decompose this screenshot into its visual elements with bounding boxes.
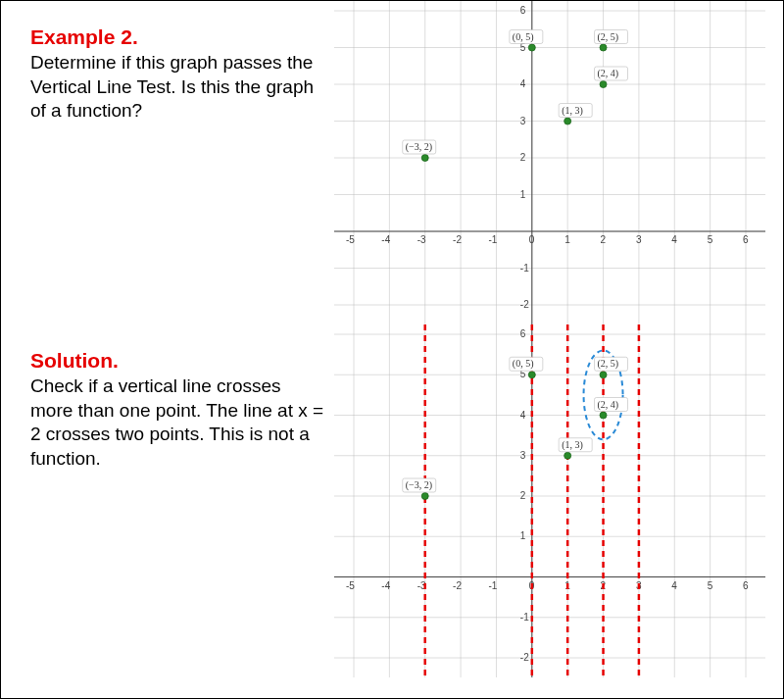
y-tick-label: 6 — [520, 328, 526, 339]
x-tick-label: 0 — [529, 234, 535, 245]
x-tick-label: 3 — [636, 234, 642, 245]
y-tick-label: 2 — [520, 152, 526, 163]
example-heading: Example 2. — [30, 25, 324, 49]
point-label: (1, 3) — [562, 105, 583, 117]
point-label: (−3, 2) — [406, 479, 432, 491]
data-point — [528, 44, 535, 51]
point-label: (2, 4) — [598, 399, 619, 411]
point-label: (2, 5) — [598, 358, 619, 370]
point-label: (−3, 2) — [406, 141, 432, 153]
x-tick-label: 6 — [743, 580, 749, 591]
x-tick-label: -4 — [381, 580, 390, 591]
x-tick-label: -1 — [488, 234, 497, 245]
y-tick-label: 2 — [520, 490, 526, 501]
example-text: Determine if this graph passes the Verti… — [30, 51, 324, 124]
y-tick-label: 3 — [520, 450, 526, 461]
solution-heading: Solution. — [30, 349, 324, 373]
point-label: (1, 3) — [562, 439, 583, 451]
bottom-scatter-chart: -5-4-3-2-10123456-2-1123456(−3, 2)(0, 5)… — [334, 325, 765, 677]
y-tick-label: 4 — [520, 410, 526, 421]
x-tick-label: 4 — [671, 234, 677, 245]
x-tick-label: -5 — [346, 580, 355, 591]
point-label: (0, 5) — [513, 31, 534, 43]
point-label: (0, 5) — [513, 358, 534, 370]
y-tick-label: 4 — [520, 78, 526, 89]
solution-text: Check if a vertical line crosses more th… — [30, 374, 324, 472]
x-tick-label: 4 — [671, 580, 677, 591]
top-scatter-chart: -5-4-3-2-10123456-2-1123456(−3, 2)(0, 5)… — [334, 1, 765, 325]
data-point — [600, 372, 607, 378]
y-tick-label: 3 — [520, 116, 526, 126]
x-tick-label: 5 — [708, 580, 713, 591]
point-label: (2, 4) — [598, 68, 619, 79]
y-tick-label: -2 — [520, 652, 529, 663]
x-tick-label: -4 — [381, 234, 390, 245]
y-tick-label: 6 — [520, 5, 526, 16]
y-tick-label: 1 — [520, 530, 526, 541]
y-tick-label: 1 — [520, 189, 526, 200]
y-tick-label: -1 — [520, 263, 529, 274]
x-tick-label: 1 — [564, 234, 570, 245]
x-tick-label: 5 — [708, 234, 713, 245]
data-point — [600, 412, 607, 419]
x-tick-label: 6 — [743, 234, 749, 245]
x-tick-label: -2 — [453, 580, 462, 591]
point-label: (2, 5) — [598, 31, 619, 43]
data-point — [421, 493, 428, 500]
data-point — [564, 118, 571, 125]
data-point — [564, 452, 571, 459]
x-tick-label: -3 — [417, 234, 426, 245]
x-tick-label: -5 — [346, 234, 355, 245]
x-tick-label: -1 — [488, 580, 497, 591]
data-point — [528, 372, 535, 378]
y-tick-label: -1 — [520, 612, 529, 623]
x-tick-label: 2 — [601, 234, 607, 245]
data-point — [421, 155, 428, 162]
x-tick-label: -2 — [453, 234, 462, 245]
data-point — [600, 81, 607, 88]
y-tick-label: -2 — [520, 299, 529, 310]
data-point — [600, 44, 607, 51]
